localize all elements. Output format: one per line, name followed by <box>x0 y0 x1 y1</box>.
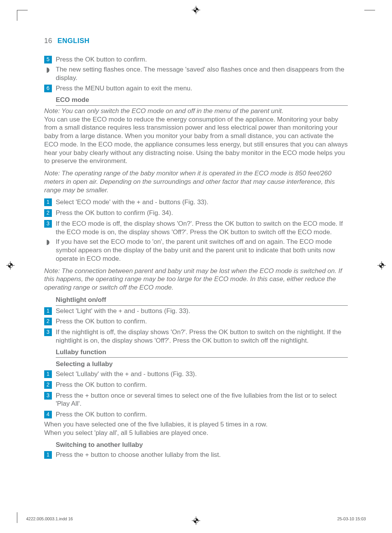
lullaby-step-4: 4 Press the OK button to confirm. <box>44 410 348 419</box>
step-number: 3 <box>44 392 52 400</box>
step-number: 3 <box>44 328 52 336</box>
step-5: 5 Press the OK button to confirm. <box>44 55 348 64</box>
night-step-3: 3 If the nightlight is off, the display … <box>44 328 348 345</box>
bullet-icon: ◗ <box>44 66 51 82</box>
bullet-icon: ◗ <box>44 238 51 263</box>
step-number: 2 <box>44 209 52 217</box>
eco-mode-heading: ECO mode <box>56 96 348 106</box>
eco-note-3: Note: The connection between parent and … <box>44 267 348 292</box>
step-5-bullet: ◗ The new setting flashes once. The mess… <box>44 65 348 82</box>
eco-step-1: 1 Select 'ECO mode' with the + and - but… <box>44 198 348 207</box>
crop-mark <box>17 10 28 21</box>
footer-left: 4222.005.0003.1.indd 16 <box>26 516 73 521</box>
page-number: 16 <box>44 37 52 45</box>
step-number: 1 <box>44 451 52 459</box>
page-header: 16 ENGLISH <box>44 37 348 45</box>
crop-mark <box>364 10 375 21</box>
lullaby-switch-step-1: 1 Press the + button to choose another l… <box>44 451 348 459</box>
lullaby-step-3: 3 Press the + button once or several tim… <box>44 391 348 408</box>
lullaby-step-1: 1 Select 'Lullaby' with the + and - butt… <box>44 370 348 378</box>
registration-mark-icon <box>192 6 200 17</box>
step-number: 1 <box>44 370 52 378</box>
eco-para-1: You can use the ECO mode to reduce the e… <box>44 115 348 166</box>
eco-step-3-bullet: ◗ If you have set the ECO mode to 'on', … <box>44 238 348 263</box>
step-number: 1 <box>44 198 52 206</box>
page-content: 16 ENGLISH 5 Press the OK button to conf… <box>44 37 348 496</box>
step-number: 3 <box>44 220 52 228</box>
eco-step-3: 3 If the ECO mode is off, the display sh… <box>44 220 348 237</box>
step-number: 4 <box>44 411 52 418</box>
eco-note-1: Note: You can only switch the ECO mode o… <box>44 107 348 115</box>
night-step-2: 2 Press the OK button to confirm. <box>44 317 348 326</box>
step-6: 6 Press the MENU button again to exit th… <box>44 84 348 93</box>
registration-mark-icon <box>377 261 386 272</box>
language-label: ENGLISH <box>58 37 90 45</box>
lullaby-sub-switching: Switching to another lullaby <box>56 441 348 449</box>
registration-mark-icon <box>6 261 15 272</box>
nightlight-heading: Nightlight on/off <box>56 296 348 306</box>
footer-right: 25-03-10 15:03 <box>337 516 366 521</box>
step-number: 5 <box>44 56 52 63</box>
eco-step-2: 2 Press the OK button to confirm (Fig. 3… <box>44 209 348 217</box>
lullaby-sub-selecting: Selecting a lullaby <box>56 360 348 368</box>
print-footer: 4222.005.0003.1.indd 16 25-03-10 15:03 <box>26 516 366 521</box>
step-number: 1 <box>44 307 52 315</box>
step-number: 2 <box>44 381 52 389</box>
lullaby-step-2: 2 Press the OK button to confirm. <box>44 381 348 389</box>
step-number: 6 <box>44 85 52 92</box>
step-number: 2 <box>44 318 52 325</box>
lullaby-para-2: When you select 'play all', all 5 lullab… <box>44 429 348 437</box>
night-step-1: 1 Select 'Light' with the + and - button… <box>44 307 348 315</box>
lullaby-heading: Lullaby function <box>56 348 348 358</box>
eco-note-2: Note: The operating range of the baby mo… <box>44 169 348 194</box>
lullaby-para-1: When you have selected one of the five l… <box>44 420 348 429</box>
